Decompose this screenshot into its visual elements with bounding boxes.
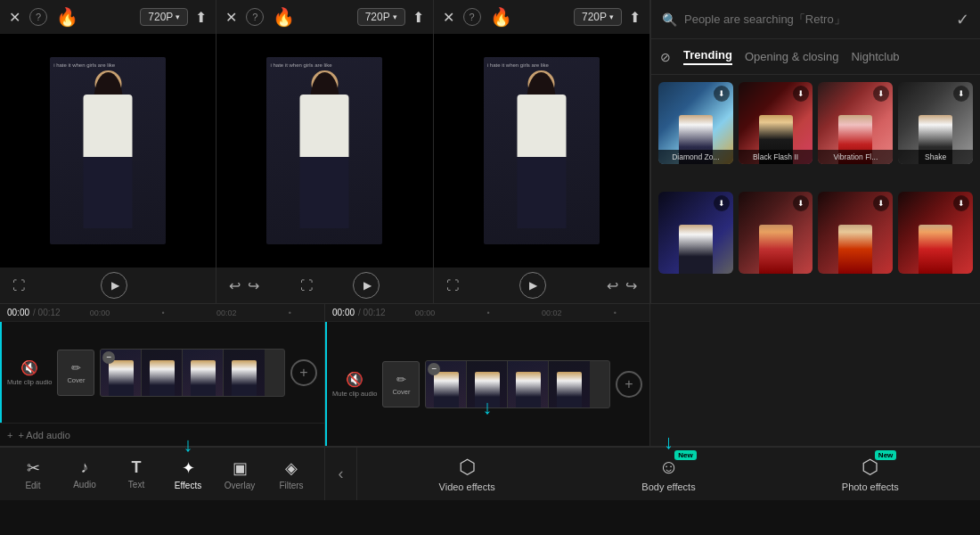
add-clip-btn-2[interactable]: + — [616, 371, 642, 398]
search-icon: 🔍 — [662, 12, 677, 27]
right-panel-bottom — [650, 304, 980, 446]
toolbar-overlay[interactable]: ▣ Overlay — [220, 458, 259, 490]
body-effects-badge: New — [674, 450, 696, 460]
toolbar-photo-effects[interactable]: ⬡ New Photo effects — [839, 456, 902, 492]
mute-clip-audio-1[interactable]: 🔇 Mute clip audio — [7, 359, 52, 386]
undo-icon-2[interactable]: ↩ — [229, 277, 241, 294]
mute-clip-audio-2[interactable]: 🔇 Mute clip audio — [332, 371, 377, 398]
resolution-selector-2[interactable]: 720P ▾ — [357, 8, 405, 26]
close-icon-1[interactable]: ✕ — [9, 9, 20, 26]
effect-label-diamond-zo: Diamond Zo... — [658, 150, 733, 164]
redo-icon-2[interactable]: ↪ — [248, 277, 259, 294]
cover-thumb-2[interactable]: ✏ Cover — [382, 361, 420, 407]
download-icon-8[interactable]: ⬇ — [953, 195, 969, 211]
fullscreen-icon-3[interactable]: ⛶ — [446, 278, 459, 292]
close-icon-2[interactable]: ✕ — [225, 9, 237, 26]
video-panel-3: ✕ ? 🔥 720P ▾ ⬆ i hate it when girls are … — [434, 0, 650, 303]
fullscreen-icon-1[interactable]: ⛶ — [12, 278, 25, 292]
download-icon-1[interactable]: ⬇ — [714, 86, 730, 102]
effect-label-shake: Shake — [898, 150, 973, 164]
effect-8[interactable]: ⬇ — [898, 192, 973, 274]
effect-diamond-zo[interactable]: ⬇ Diamond Zo... — [658, 82, 733, 164]
effects-icon: ✦ — [182, 458, 195, 478]
add-clip-btn-1[interactable]: + — [290, 359, 317, 386]
tab-nightclub[interactable]: Nightclub — [851, 50, 899, 63]
body-effects-arrow: ↓ — [664, 431, 674, 454]
download-icon-7[interactable]: ⬇ — [873, 195, 889, 211]
close-icon-3[interactable]: ✕ — [443, 9, 454, 26]
download-icon-3[interactable]: ⬇ — [873, 86, 889, 102]
overlay-icon: ▣ — [233, 458, 248, 478]
current-time-2: 00:00 — [332, 308, 355, 317]
toolbar-video-effects[interactable]: ⬡ Video effects — [436, 456, 498, 492]
toolbar-filters[interactable]: ◈ Filters — [272, 458, 311, 490]
download-icon-6[interactable]: ⬇ — [793, 195, 809, 211]
current-time-1: 00:00 — [7, 308, 29, 317]
effect-black-flash-ii[interactable]: ⬇ Black Flash II — [739, 82, 813, 164]
upload-icon-1[interactable]: ⬆ — [195, 9, 207, 26]
video-effects-icon: ⬡ — [459, 456, 476, 479]
subtitle-2: i hate it when girls are like — [270, 62, 331, 68]
effect-vibration-fl[interactable]: ⬇ Vibration Fl... — [818, 82, 893, 164]
effect-5[interactable]: ⬇ — [658, 192, 733, 274]
toolbar-effects[interactable]: ✦ Effects ↓ — [168, 458, 208, 490]
filters-icon: ◈ — [285, 458, 298, 478]
tab-opening-closing[interactable]: Opening & closing — [745, 50, 839, 63]
toolbar-body-effects[interactable]: ☺ New Body effects ↓ — [637, 456, 699, 492]
play-button-3[interactable]: ▶ — [519, 272, 546, 299]
effect-6[interactable]: ⬇ — [739, 192, 813, 274]
download-icon-5[interactable]: ⬇ — [714, 195, 730, 211]
filmstrip-1[interactable]: − — [100, 349, 285, 397]
total-time-2: / 00:12 — [358, 308, 386, 317]
audio-icon: ♪ — [81, 458, 89, 477]
effects-arrow-indicator: ↓ — [184, 433, 193, 457]
help-icon-1[interactable]: ? — [29, 8, 47, 26]
resolution-selector-1[interactable]: 720P ▾ — [140, 8, 188, 26]
subtitle-1: i hate it when girls are like — [53, 62, 115, 68]
toolbar-text[interactable]: T Text — [117, 458, 156, 490]
video-panel-1: ✕ ? 🔥 720P ▾ ⬆ i hate it when girls are … — [0, 0, 216, 303]
help-icon-2[interactable]: ? — [246, 8, 264, 26]
confirm-icon[interactable]: ✓ — [956, 10, 969, 29]
upload-icon-2[interactable]: ⬆ — [412, 9, 424, 26]
effects-panel: 🔍 ✓ ⊘ Trending Opening & closing Nightcl… — [650, 0, 980, 303]
edit-icon: ✂ — [27, 458, 40, 478]
redo-icon-3[interactable]: ↪ — [625, 277, 637, 294]
play-button-1[interactable]: ▶ — [101, 272, 127, 299]
toolbar-edit[interactable]: ✂ Edit — [13, 458, 53, 490]
download-icon-2[interactable]: ⬇ — [793, 86, 809, 102]
upload-icon-3[interactable]: ⬆ — [629, 9, 641, 26]
toolbar-audio[interactable]: ♪ Audio — [65, 458, 104, 490]
flame-icon-3[interactable]: 🔥 — [490, 6, 512, 28]
effect-shake[interactable]: ⬇ Shake — [898, 82, 973, 164]
text-icon: T — [132, 458, 142, 477]
help-icon-3[interactable]: ? — [463, 8, 481, 26]
resolution-selector-3[interactable]: 720P ▾ — [574, 8, 622, 26]
no-scroll-indicator: ⊘ — [660, 50, 671, 64]
effect-label-vibration: Vibration Fl... — [818, 150, 893, 164]
tab-trending[interactable]: Trending — [683, 48, 732, 65]
flame-icon-1[interactable]: 🔥 — [56, 6, 78, 28]
flame-icon-2[interactable]: 🔥 — [273, 6, 295, 28]
effects-search-input[interactable] — [684, 12, 949, 26]
play-button-2[interactable]: ▶ — [353, 272, 380, 299]
fullscreen-icon-2[interactable]: ⛶ — [300, 278, 313, 292]
undo-icon-3[interactable]: ↩ — [607, 277, 618, 294]
video-panel-2: ✕ ? 🔥 720P ▾ ⬆ i hate it when girls are … — [216, 0, 433, 303]
toolbar-arrow-back[interactable]: ‹ — [325, 448, 357, 500]
download-icon-4[interactable]: ⬇ — [953, 86, 969, 102]
add-audio-1[interactable]: + + Add audio — [0, 423, 324, 446]
subtitle-3: i hate it when girls are like — [487, 62, 549, 68]
timeline-2: 00:00 / 00:12 00:00 • 00:02 • 🔇 M — [325, 304, 650, 446]
effect-label-black-flash: Black Flash II — [739, 150, 813, 164]
filmstrip-2[interactable]: − — [425, 360, 610, 408]
cover-thumb-1[interactable]: ✏ Cover — [57, 350, 94, 396]
bottom-toolbar: ✂ Edit ♪ Audio T Text ✦ Effects ↓ — [0, 447, 980, 500]
total-time-1: / 00:12 — [33, 308, 61, 317]
photo-effects-badge: New — [875, 450, 896, 460]
timeline-1: 00:00 / 00:12 00:00 • 00:02 • 🔇 M — [0, 304, 325, 446]
effect-7[interactable]: ⬇ — [818, 192, 893, 274]
